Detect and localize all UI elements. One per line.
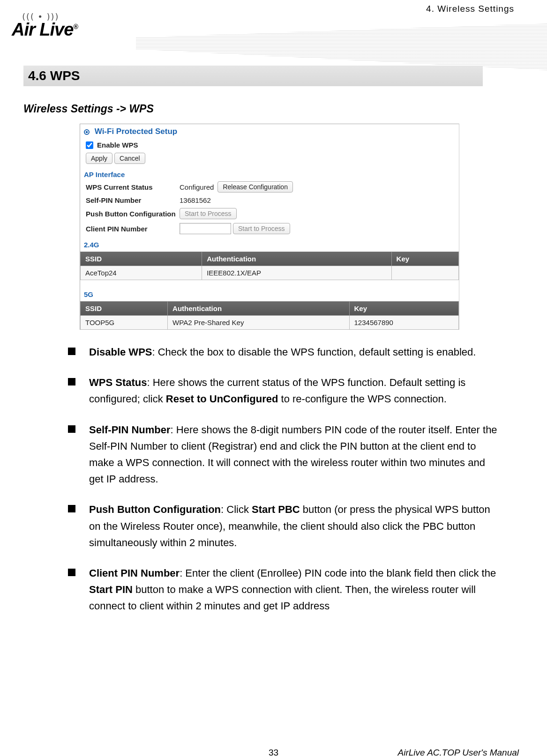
page-header: 4. Wireless Settings ((( • ))) Air Live® bbox=[0, 0, 547, 61]
section-title: 4.6 WPS bbox=[23, 66, 483, 86]
header-swoosh-graphic bbox=[136, 23, 547, 70]
col-auth: Authentication bbox=[168, 302, 349, 316]
table-row: TOOP5G WPA2 Pre-Shared Key 1234567890 bbox=[81, 316, 459, 330]
col-key: Key bbox=[349, 302, 458, 316]
table-5g: SSID Authentication Key TOOP5G WPA2 Pre-… bbox=[80, 301, 459, 330]
enable-wps-label: Enable WPS bbox=[97, 141, 138, 149]
list-item: WPS Status: Here shows the current statu… bbox=[68, 374, 498, 407]
client-pin-label: Client PIN Number bbox=[86, 225, 180, 233]
wps-settings-screenshot: Wi-Fi Protected Setup Enable WPS Apply C… bbox=[80, 124, 459, 330]
apply-button[interactable]: Apply bbox=[86, 153, 112, 164]
list-item: Push Button Configuration: Click Start P… bbox=[68, 501, 498, 551]
panel-title: Wi-Fi Protected Setup bbox=[80, 124, 459, 139]
table-row: AceTop24 IEEE802.1X/EAP bbox=[81, 266, 459, 280]
list-item: Client PIN Number: Enter the client (Enr… bbox=[68, 565, 498, 615]
wps-status-label: WPS Current Status bbox=[86, 183, 180, 191]
list-item: Disable WPS: Check the box to disable th… bbox=[68, 344, 498, 360]
col-key: Key bbox=[391, 252, 458, 266]
client-pin-start-button[interactable]: Start to Process bbox=[233, 223, 290, 234]
table-2-4g: SSID Authentication Key AceTop24 IEEE802… bbox=[80, 252, 459, 280]
enable-wps-checkbox[interactable] bbox=[86, 141, 93, 149]
col-ssid: SSID bbox=[81, 252, 202, 266]
wps-status-value: Configured bbox=[180, 183, 214, 191]
chapter-label: 4. Wireless Settings bbox=[426, 4, 514, 14]
col-ssid: SSID bbox=[81, 302, 168, 316]
page-number: 33 bbox=[269, 748, 278, 756]
table-header-row: SSID Authentication Key bbox=[81, 252, 459, 266]
cancel-button[interactable]: Cancel bbox=[114, 153, 145, 164]
list-item: Self-PIN Number: Here shows the 8-digit … bbox=[68, 422, 498, 488]
table-header-row: SSID Authentication Key bbox=[81, 302, 459, 316]
self-pin-label: Self-PIN Number bbox=[86, 196, 180, 204]
pbc-start-button[interactable]: Start to Process bbox=[180, 208, 237, 219]
release-config-button[interactable]: Release Configuration bbox=[217, 181, 293, 193]
self-pin-value: 13681562 bbox=[180, 196, 211, 204]
description-list: Disable WPS: Check the box to disable th… bbox=[68, 344, 498, 614]
subsection-ap-interface: AP Interface bbox=[80, 166, 459, 179]
brand-logo: ((( • ))) Air Live® bbox=[12, 12, 134, 37]
enable-wps-row: Enable WPS bbox=[80, 139, 459, 151]
breadcrumb: Wireless Settings -> WPS bbox=[23, 103, 524, 115]
subsection-5g: 5G bbox=[80, 286, 459, 299]
manual-title: AirLive AC.TOP User's Manual bbox=[398, 748, 519, 756]
subsection-2-4g: 2.4G bbox=[80, 236, 459, 250]
client-pin-input[interactable] bbox=[180, 223, 231, 234]
radio-icon bbox=[84, 129, 90, 135]
col-auth: Authentication bbox=[202, 252, 391, 266]
pbc-label: Push Button Configuration bbox=[86, 210, 180, 218]
